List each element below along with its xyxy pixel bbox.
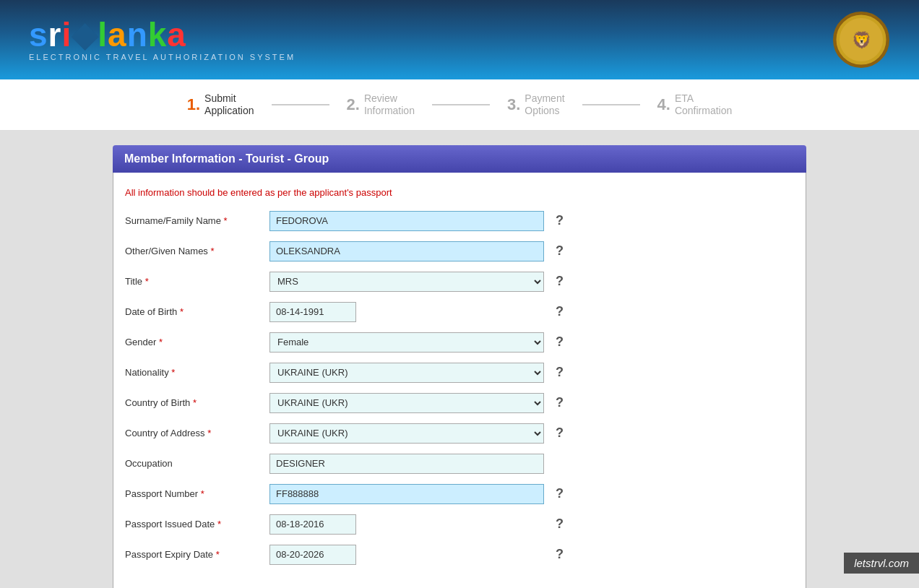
passport-expiry-input[interactable]: [269, 545, 356, 565]
passport-expiry-row: Passport Expiry Date * ?: [125, 545, 794, 565]
nationality-field: UKRAINE (UKR): [269, 363, 544, 383]
nationality-select[interactable]: UKRAINE (UKR): [269, 363, 544, 383]
country-address-label: Country of Address *: [125, 428, 269, 438]
step-divider-2: [432, 104, 490, 105]
surname-help-icon[interactable]: ?: [556, 213, 564, 228]
occupation-row: Occupation: [125, 454, 794, 474]
passport-issued-field: [269, 514, 544, 535]
dob-input[interactable]: [269, 302, 356, 322]
given-names-label: Other/Given Names *: [125, 246, 269, 256]
dob-label: Date of Birth *: [125, 306, 269, 317]
svg-text:🦁: 🦁: [852, 30, 872, 50]
logo-text: sri◆lanka: [29, 18, 186, 51]
passport-number-label: Passport Number *: [125, 488, 269, 499]
passport-issued-help-icon[interactable]: ?: [556, 516, 564, 532]
passport-notice: All information should be entered as per…: [125, 187, 794, 198]
gender-field: Female Male: [269, 332, 544, 353]
watermark: letstrvl.com: [844, 553, 919, 574]
dob-row: Date of Birth * ?: [125, 302, 794, 322]
dob-field: [269, 302, 544, 322]
section-header: Member Information - Tourist - Group: [113, 145, 806, 173]
title-field: MRS MR MS DR: [269, 272, 544, 292]
step-1-submit[interactable]: 1. Submit Application: [170, 88, 272, 121]
gender-row: Gender * Female Male ?: [125, 332, 794, 353]
gender-select[interactable]: Female Male: [269, 332, 544, 353]
government-emblem: 🦁: [832, 11, 890, 69]
passport-number-help-icon[interactable]: ?: [556, 486, 564, 501]
country-address-row: Country of Address * UKRAINE (UKR) ?: [125, 423, 794, 444]
dob-help-icon[interactable]: ?: [556, 304, 564, 319]
passport-issued-input[interactable]: [269, 514, 356, 535]
country-birth-field: UKRAINE (UKR): [269, 393, 544, 413]
country-address-select[interactable]: UKRAINE (UKR): [269, 423, 544, 444]
title-label: Title *: [125, 276, 269, 287]
form-container: All information should be entered as per…: [113, 173, 806, 588]
title-row: Title * MRS MR MS DR ?: [125, 272, 794, 292]
title-select[interactable]: MRS MR MS DR: [269, 272, 544, 292]
given-names-input[interactable]: [269, 241, 544, 261]
step-1-number: 1.: [187, 95, 200, 114]
passport-issued-label: Passport Issued Date *: [125, 519, 269, 529]
occupation-field: [269, 454, 544, 474]
step-divider-3: [582, 104, 640, 105]
step-2-number: 2.: [347, 95, 360, 114]
surname-row: Surname/Family Name * ?: [125, 211, 794, 231]
passport-issued-row: Passport Issued Date * ?: [125, 514, 794, 535]
passport-expiry-label: Passport Expiry Date *: [125, 549, 269, 560]
passport-number-field: [269, 484, 544, 504]
surname-label: Surname/Family Name *: [125, 215, 269, 226]
surname-input[interactable]: [269, 211, 544, 231]
country-address-help-icon[interactable]: ?: [556, 425, 564, 441]
surname-field: [269, 211, 544, 231]
gender-label: Gender *: [125, 337, 269, 347]
given-names-help-icon[interactable]: ?: [556, 243, 564, 259]
passport-expiry-help-icon[interactable]: ?: [556, 547, 564, 562]
step-divider-1: [272, 104, 329, 105]
step-2-review[interactable]: 2. Review Information: [329, 88, 432, 121]
country-birth-select[interactable]: UKRAINE (UKR): [269, 393, 544, 413]
main-content: Member Information - Tourist - Group All…: [98, 145, 821, 588]
logo-subtitle: ELECTRONIC TRAVEL AUTHORIZATION SYSTEM: [29, 53, 295, 61]
nationality-help-icon[interactable]: ?: [556, 365, 564, 380]
gender-help-icon[interactable]: ?: [556, 334, 564, 350]
step-4-eta[interactable]: 4. ETA Confirmation: [640, 88, 750, 121]
occupation-label: Occupation: [125, 458, 269, 469]
given-names-row: Other/Given Names * ?: [125, 241, 794, 261]
logo-area: sri◆lanka ELECTRONIC TRAVEL AUTHORIZATIO…: [29, 18, 295, 61]
given-names-field: [269, 241, 544, 261]
country-birth-row: Country of Birth * UKRAINE (UKR) ?: [125, 393, 794, 413]
steps-bar: 1. Submit Application 2. Review Informat…: [0, 79, 919, 131]
passport-expiry-field: [269, 545, 544, 565]
passport-number-row: Passport Number * ?: [125, 484, 794, 504]
step-3-label: Payment Options: [525, 92, 564, 117]
step-4-label: ETA Confirmation: [675, 92, 732, 117]
passport-number-input[interactable]: [269, 484, 544, 504]
occupation-input[interactable]: [269, 454, 544, 474]
country-birth-label: Country of Birth *: [125, 397, 269, 408]
country-birth-help-icon[interactable]: ?: [556, 395, 564, 410]
step-4-number: 4.: [657, 95, 670, 114]
nationality-row: Nationality * UKRAINE (UKR) ?: [125, 363, 794, 383]
site-header: sri◆lanka ELECTRONIC TRAVEL AUTHORIZATIO…: [0, 0, 919, 79]
step-3-number: 3.: [507, 95, 520, 114]
step-3-payment[interactable]: 3. Payment Options: [490, 88, 582, 121]
country-address-field: UKRAINE (UKR): [269, 423, 544, 444]
step-2-label: Review Information: [364, 92, 415, 117]
title-help-icon[interactable]: ?: [556, 274, 564, 289]
nationality-label: Nationality *: [125, 367, 269, 378]
step-1-label: Submit Application: [204, 92, 254, 117]
